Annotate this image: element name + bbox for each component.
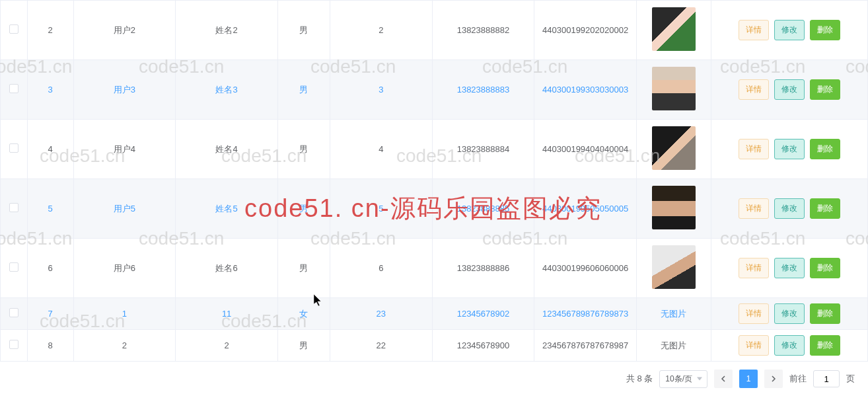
data-table: 2 用户2 姓名2 男 2 13823888882 44030019920202… <box>0 0 868 362</box>
cell-gender: 女 <box>299 309 308 319</box>
delete-button[interactable]: 删除 <box>810 198 840 219</box>
row-checkbox[interactable] <box>9 24 18 34</box>
cell-name: 2 <box>224 340 229 350</box>
page-1-button[interactable]: 1 <box>739 370 758 388</box>
row-checkbox[interactable] <box>9 340 18 349</box>
cell-gender: 男 <box>299 25 308 35</box>
delete-button[interactable]: 删除 <box>810 335 840 356</box>
cell-num: 22 <box>377 340 386 350</box>
table-row[interactable]: 3 用户3 姓名3 男 3 13823888883 44030019930303… <box>1 60 868 120</box>
avatar[interactable] <box>652 67 696 110</box>
edit-button[interactable]: 修改 <box>774 258 805 278</box>
detail-button[interactable]: 详情 <box>739 258 769 278</box>
cell-phone: 12345678900 <box>457 340 510 350</box>
cell-id: 5 <box>48 204 53 214</box>
detail-button[interactable]: 详情 <box>739 79 769 100</box>
cell-idcard: 440300199404040004 <box>542 144 628 154</box>
cell-phone: 13823888882 <box>457 25 510 35</box>
cell-num: 23 <box>377 309 386 319</box>
table-row[interactable]: 7 1 11 女 23 12345678902 1234567898767898… <box>1 298 868 330</box>
delete-button[interactable]: 删除 <box>810 139 840 159</box>
cell-idcard: 234567876787678987 <box>542 340 628 350</box>
cell-user: 用户3 <box>114 85 135 95</box>
cell-user: 1 <box>122 309 127 319</box>
cell-name: 11 <box>222 309 231 319</box>
edit-button[interactable]: 修改 <box>774 198 805 219</box>
detail-button[interactable]: 详情 <box>739 303 769 324</box>
cell-name: 姓名5 <box>215 204 237 214</box>
cell-phone: 12345678902 <box>457 309 510 319</box>
cell-phone: 13823888885 <box>457 204 510 214</box>
cell-phone: 13823888884 <box>457 144 510 154</box>
cell-id: 3 <box>48 85 53 95</box>
cell-id: 4 <box>48 144 53 154</box>
goto-prefix: 前往 <box>789 373 807 385</box>
cell-user: 用户2 <box>114 25 135 35</box>
goto-suffix: 页 <box>846 373 855 385</box>
cell-num: 2 <box>379 25 383 35</box>
cell-idcard: 440300199202020002 <box>542 25 628 35</box>
no-image-label: 无图片 <box>661 309 686 319</box>
edit-button[interactable]: 修改 <box>774 139 805 159</box>
cell-idcard: 440300199606060006 <box>542 263 628 273</box>
cell-idcard: 123456789876789873 <box>542 309 628 319</box>
cell-num: 3 <box>379 85 383 95</box>
cell-id: 2 <box>48 25 53 35</box>
cell-name: 姓名6 <box>215 263 237 273</box>
table-row[interactable]: 5 用户5 姓名5 男 5 13823888885 44030019950505… <box>1 179 868 239</box>
row-checkbox[interactable] <box>9 143 18 153</box>
avatar[interactable] <box>652 186 696 229</box>
goto-page-input[interactable] <box>813 370 840 387</box>
total-count: 共 8 条 <box>626 373 653 385</box>
table-row[interactable]: 6 用户6 姓名6 男 6 13823888886 44030019960606… <box>1 239 868 298</box>
prev-page-button[interactable] <box>714 370 733 388</box>
cell-idcard: 440300199505050005 <box>542 204 628 214</box>
edit-button[interactable]: 修改 <box>774 335 805 356</box>
detail-button[interactable]: 详情 <box>739 335 769 356</box>
row-checkbox[interactable] <box>9 84 18 93</box>
cell-user: 2 <box>122 340 127 350</box>
cell-user: 用户6 <box>114 263 135 273</box>
cell-gender: 男 <box>299 144 308 154</box>
table-row[interactable]: 2 用户2 姓名2 男 2 13823888882 44030019920202… <box>1 1 868 60</box>
pagesize-select[interactable]: 10条/页 <box>659 370 707 388</box>
row-checkbox[interactable] <box>9 262 18 272</box>
cell-name: 姓名2 <box>215 25 237 35</box>
row-checkbox[interactable] <box>9 203 18 212</box>
cell-gender: 男 <box>299 204 308 214</box>
delete-button[interactable]: 删除 <box>810 79 840 100</box>
cell-gender: 男 <box>299 85 308 95</box>
cell-gender: 男 <box>299 263 308 273</box>
cell-idcard: 440300199303030003 <box>542 85 628 95</box>
detail-button[interactable]: 详情 <box>739 20 769 40</box>
cell-gender: 男 <box>299 340 308 350</box>
detail-button[interactable]: 详情 <box>739 198 769 219</box>
edit-button[interactable]: 修改 <box>774 79 805 100</box>
edit-button[interactable]: 修改 <box>774 20 805 40</box>
pagination: 共 8 条 10条/页 1 前往 页 <box>0 362 868 394</box>
no-image-label: 无图片 <box>661 340 686 350</box>
cell-num: 4 <box>379 144 383 154</box>
delete-button[interactable]: 删除 <box>810 20 840 40</box>
cell-id: 8 <box>48 340 53 350</box>
delete-button[interactable]: 删除 <box>810 258 840 278</box>
table-row[interactable]: 4 用户4 姓名4 男 4 13823888884 44030019940404… <box>1 120 868 179</box>
cell-name: 姓名4 <box>215 144 237 154</box>
avatar[interactable] <box>652 245 696 289</box>
cell-num: 5 <box>379 204 383 214</box>
cell-phone: 13823888883 <box>457 85 510 95</box>
cell-user: 用户5 <box>114 204 135 214</box>
avatar[interactable] <box>652 126 696 170</box>
avatar[interactable] <box>652 7 696 51</box>
cell-user: 用户4 <box>114 144 135 154</box>
cell-id: 7 <box>48 309 53 319</box>
cell-name: 姓名3 <box>215 85 237 95</box>
table-row[interactable]: 8 2 2 男 22 12345678900 23456787678767898… <box>1 330 868 362</box>
cell-id: 6 <box>48 263 53 273</box>
cell-num: 6 <box>379 263 383 273</box>
next-page-button[interactable] <box>764 370 783 388</box>
detail-button[interactable]: 详情 <box>739 139 769 159</box>
edit-button[interactable]: 修改 <box>774 303 805 324</box>
row-checkbox[interactable] <box>9 308 18 317</box>
delete-button[interactable]: 删除 <box>810 303 840 324</box>
